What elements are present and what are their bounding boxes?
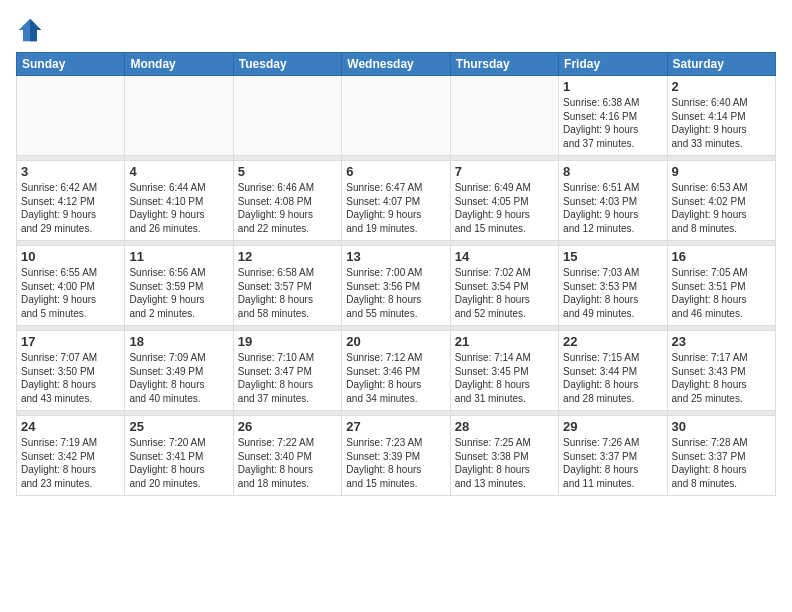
day-number: 7 xyxy=(455,164,554,179)
calendar-cell: 24Sunrise: 7:19 AM Sunset: 3:42 PM Dayli… xyxy=(17,416,125,496)
day-number: 4 xyxy=(129,164,228,179)
day-info: Sunrise: 6:56 AM Sunset: 3:59 PM Dayligh… xyxy=(129,266,228,320)
day-info: Sunrise: 6:51 AM Sunset: 4:03 PM Dayligh… xyxy=(563,181,662,235)
day-info: Sunrise: 7:20 AM Sunset: 3:41 PM Dayligh… xyxy=(129,436,228,490)
calendar-cell: 8Sunrise: 6:51 AM Sunset: 4:03 PM Daylig… xyxy=(559,161,667,241)
day-info: Sunrise: 7:26 AM Sunset: 3:37 PM Dayligh… xyxy=(563,436,662,490)
calendar-cell xyxy=(450,76,558,156)
day-info: Sunrise: 6:42 AM Sunset: 4:12 PM Dayligh… xyxy=(21,181,120,235)
calendar-header-row: SundayMondayTuesdayWednesdayThursdayFrid… xyxy=(17,53,776,76)
calendar-table: SundayMondayTuesdayWednesdayThursdayFrid… xyxy=(16,52,776,496)
calendar-cell: 25Sunrise: 7:20 AM Sunset: 3:41 PM Dayli… xyxy=(125,416,233,496)
calendar-cell: 19Sunrise: 7:10 AM Sunset: 3:47 PM Dayli… xyxy=(233,331,341,411)
calendar-cell: 5Sunrise: 6:46 AM Sunset: 4:08 PM Daylig… xyxy=(233,161,341,241)
weekday-header: Friday xyxy=(559,53,667,76)
day-info: Sunrise: 6:47 AM Sunset: 4:07 PM Dayligh… xyxy=(346,181,445,235)
calendar-cell: 27Sunrise: 7:23 AM Sunset: 3:39 PM Dayli… xyxy=(342,416,450,496)
day-number: 3 xyxy=(21,164,120,179)
calendar-cell: 23Sunrise: 7:17 AM Sunset: 3:43 PM Dayli… xyxy=(667,331,775,411)
day-info: Sunrise: 7:14 AM Sunset: 3:45 PM Dayligh… xyxy=(455,351,554,405)
calendar-cell: 26Sunrise: 7:22 AM Sunset: 3:40 PM Dayli… xyxy=(233,416,341,496)
calendar-cell: 4Sunrise: 6:44 AM Sunset: 4:10 PM Daylig… xyxy=(125,161,233,241)
calendar-cell: 3Sunrise: 6:42 AM Sunset: 4:12 PM Daylig… xyxy=(17,161,125,241)
day-info: Sunrise: 7:28 AM Sunset: 3:37 PM Dayligh… xyxy=(672,436,771,490)
calendar-cell: 16Sunrise: 7:05 AM Sunset: 3:51 PM Dayli… xyxy=(667,246,775,326)
day-info: Sunrise: 7:09 AM Sunset: 3:49 PM Dayligh… xyxy=(129,351,228,405)
day-number: 8 xyxy=(563,164,662,179)
calendar-cell xyxy=(233,76,341,156)
day-number: 11 xyxy=(129,249,228,264)
calendar-cell: 1Sunrise: 6:38 AM Sunset: 4:16 PM Daylig… xyxy=(559,76,667,156)
day-number: 30 xyxy=(672,419,771,434)
day-number: 25 xyxy=(129,419,228,434)
day-number: 10 xyxy=(21,249,120,264)
day-number: 15 xyxy=(563,249,662,264)
calendar-week-row: 17Sunrise: 7:07 AM Sunset: 3:50 PM Dayli… xyxy=(17,331,776,411)
calendar-cell xyxy=(342,76,450,156)
day-number: 9 xyxy=(672,164,771,179)
weekday-header: Thursday xyxy=(450,53,558,76)
day-number: 26 xyxy=(238,419,337,434)
calendar-week-row: 10Sunrise: 6:55 AM Sunset: 4:00 PM Dayli… xyxy=(17,246,776,326)
day-number: 29 xyxy=(563,419,662,434)
day-number: 2 xyxy=(672,79,771,94)
svg-marker-1 xyxy=(30,19,41,41)
weekday-header: Sunday xyxy=(17,53,125,76)
day-number: 20 xyxy=(346,334,445,349)
calendar-cell: 2Sunrise: 6:40 AM Sunset: 4:14 PM Daylig… xyxy=(667,76,775,156)
day-info: Sunrise: 7:22 AM Sunset: 3:40 PM Dayligh… xyxy=(238,436,337,490)
day-info: Sunrise: 7:07 AM Sunset: 3:50 PM Dayligh… xyxy=(21,351,120,405)
day-number: 16 xyxy=(672,249,771,264)
calendar-cell xyxy=(125,76,233,156)
day-info: Sunrise: 7:05 AM Sunset: 3:51 PM Dayligh… xyxy=(672,266,771,320)
day-number: 28 xyxy=(455,419,554,434)
day-info: Sunrise: 7:03 AM Sunset: 3:53 PM Dayligh… xyxy=(563,266,662,320)
calendar-cell: 20Sunrise: 7:12 AM Sunset: 3:46 PM Dayli… xyxy=(342,331,450,411)
calendar-cell: 6Sunrise: 6:47 AM Sunset: 4:07 PM Daylig… xyxy=(342,161,450,241)
page-container: SundayMondayTuesdayWednesdayThursdayFrid… xyxy=(0,0,792,504)
day-number: 6 xyxy=(346,164,445,179)
day-number: 1 xyxy=(563,79,662,94)
day-number: 5 xyxy=(238,164,337,179)
day-number: 24 xyxy=(21,419,120,434)
day-info: Sunrise: 6:55 AM Sunset: 4:00 PM Dayligh… xyxy=(21,266,120,320)
calendar-cell: 30Sunrise: 7:28 AM Sunset: 3:37 PM Dayli… xyxy=(667,416,775,496)
day-info: Sunrise: 7:00 AM Sunset: 3:56 PM Dayligh… xyxy=(346,266,445,320)
calendar-week-row: 24Sunrise: 7:19 AM Sunset: 3:42 PM Dayli… xyxy=(17,416,776,496)
day-info: Sunrise: 7:02 AM Sunset: 3:54 PM Dayligh… xyxy=(455,266,554,320)
day-number: 22 xyxy=(563,334,662,349)
day-number: 21 xyxy=(455,334,554,349)
calendar-week-row: 3Sunrise: 6:42 AM Sunset: 4:12 PM Daylig… xyxy=(17,161,776,241)
calendar-cell: 17Sunrise: 7:07 AM Sunset: 3:50 PM Dayli… xyxy=(17,331,125,411)
calendar-cell: 28Sunrise: 7:25 AM Sunset: 3:38 PM Dayli… xyxy=(450,416,558,496)
calendar-cell: 22Sunrise: 7:15 AM Sunset: 3:44 PM Dayli… xyxy=(559,331,667,411)
calendar-cell: 12Sunrise: 6:58 AM Sunset: 3:57 PM Dayli… xyxy=(233,246,341,326)
weekday-header: Tuesday xyxy=(233,53,341,76)
logo-icon xyxy=(16,16,44,44)
calendar-week-row: 1Sunrise: 6:38 AM Sunset: 4:16 PM Daylig… xyxy=(17,76,776,156)
day-info: Sunrise: 7:23 AM Sunset: 3:39 PM Dayligh… xyxy=(346,436,445,490)
day-number: 27 xyxy=(346,419,445,434)
day-info: Sunrise: 7:10 AM Sunset: 3:47 PM Dayligh… xyxy=(238,351,337,405)
calendar-cell: 7Sunrise: 6:49 AM Sunset: 4:05 PM Daylig… xyxy=(450,161,558,241)
calendar-cell: 29Sunrise: 7:26 AM Sunset: 3:37 PM Dayli… xyxy=(559,416,667,496)
day-info: Sunrise: 7:19 AM Sunset: 3:42 PM Dayligh… xyxy=(21,436,120,490)
logo xyxy=(16,16,48,44)
page-header xyxy=(16,16,776,44)
day-info: Sunrise: 7:15 AM Sunset: 3:44 PM Dayligh… xyxy=(563,351,662,405)
day-info: Sunrise: 6:38 AM Sunset: 4:16 PM Dayligh… xyxy=(563,96,662,150)
calendar-cell: 13Sunrise: 7:00 AM Sunset: 3:56 PM Dayli… xyxy=(342,246,450,326)
day-number: 13 xyxy=(346,249,445,264)
calendar-cell: 15Sunrise: 7:03 AM Sunset: 3:53 PM Dayli… xyxy=(559,246,667,326)
day-info: Sunrise: 6:44 AM Sunset: 4:10 PM Dayligh… xyxy=(129,181,228,235)
day-info: Sunrise: 6:53 AM Sunset: 4:02 PM Dayligh… xyxy=(672,181,771,235)
calendar-cell: 14Sunrise: 7:02 AM Sunset: 3:54 PM Dayli… xyxy=(450,246,558,326)
calendar-cell: 18Sunrise: 7:09 AM Sunset: 3:49 PM Dayli… xyxy=(125,331,233,411)
calendar-cell xyxy=(17,76,125,156)
day-number: 17 xyxy=(21,334,120,349)
calendar-cell: 10Sunrise: 6:55 AM Sunset: 4:00 PM Dayli… xyxy=(17,246,125,326)
day-info: Sunrise: 6:46 AM Sunset: 4:08 PM Dayligh… xyxy=(238,181,337,235)
day-info: Sunrise: 6:40 AM Sunset: 4:14 PM Dayligh… xyxy=(672,96,771,150)
day-info: Sunrise: 6:49 AM Sunset: 4:05 PM Dayligh… xyxy=(455,181,554,235)
day-info: Sunrise: 7:17 AM Sunset: 3:43 PM Dayligh… xyxy=(672,351,771,405)
